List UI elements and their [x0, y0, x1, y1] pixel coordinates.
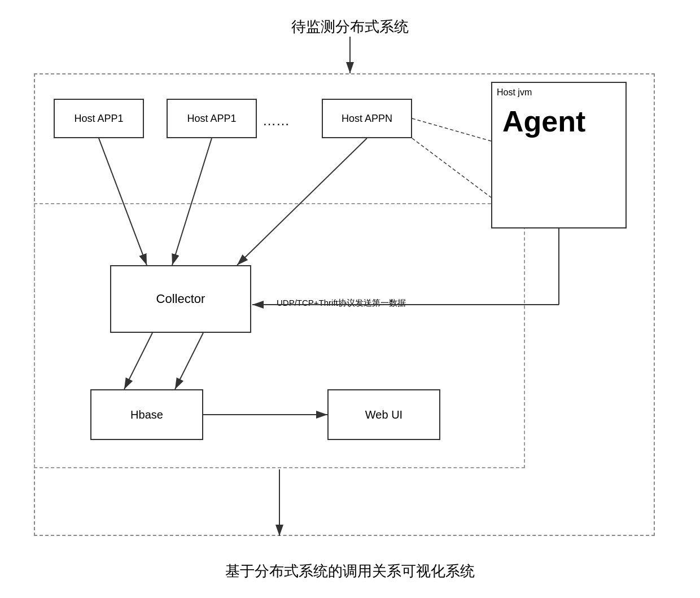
- host-app2-box: Host APP1: [167, 99, 257, 138]
- agent-jvm-label: Host jvm: [497, 87, 532, 98]
- diagram: 待监测分布式系统 基于分布式系统的调用关系可视化系统 Host APP1 Hos…: [0, 0, 700, 598]
- agent-label: Agent: [502, 104, 585, 138]
- hbase-box: Hbase: [90, 389, 203, 440]
- host-appn-box: Host APPN: [322, 99, 412, 138]
- agent-container: [491, 82, 627, 228]
- protocol-label: UDP/TCP+Thrift协议发送第一数据: [277, 298, 406, 309]
- host-app1-box: Host APP1: [54, 99, 144, 138]
- collector-box: Collector: [110, 265, 251, 333]
- webui-box: Web UI: [327, 389, 440, 440]
- bottom-title: 基于分布式系统的调用关系可视化系统: [225, 561, 475, 581]
- top-title: 待监测分布式系统: [291, 17, 409, 37]
- ellipsis-text: ……: [262, 113, 290, 129]
